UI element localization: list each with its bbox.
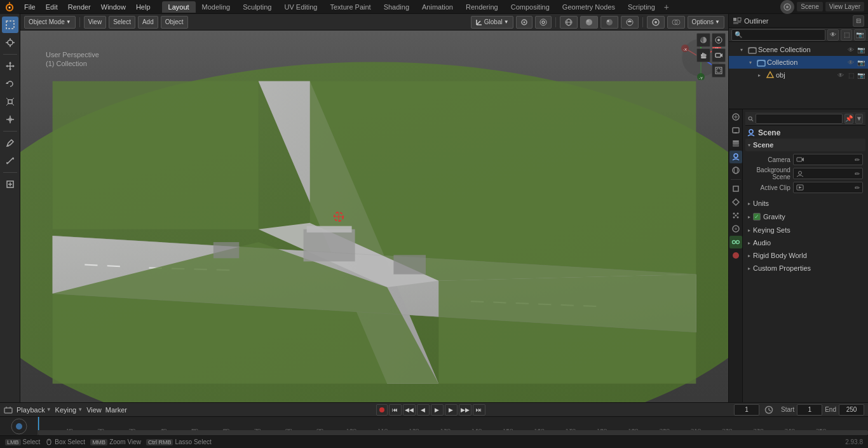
add-workspace-btn[interactable]: + xyxy=(664,2,669,12)
annotate-tool-btn[interactable] xyxy=(2,135,18,151)
keying-sets-section[interactable]: ▸ Keying Sets xyxy=(745,224,865,236)
custom-props-section[interactable]: ▸ Custom Properties xyxy=(745,262,865,275)
tab-animation[interactable]: Animation xyxy=(416,1,459,13)
move-tool-btn[interactable] xyxy=(2,58,18,74)
timeline-view-btn[interactable]: View xyxy=(86,406,102,414)
menu-help[interactable]: Help xyxy=(131,2,156,12)
render-region-btn[interactable] xyxy=(712,64,726,78)
transform-tool-btn[interactable] xyxy=(2,111,18,128)
props-pin-btn[interactable]: 📌 xyxy=(844,114,853,124)
cursor-tool-btn[interactable] xyxy=(2,34,18,51)
menu-file[interactable]: File xyxy=(19,2,41,12)
tab-sculpting[interactable]: Sculpting xyxy=(236,1,278,13)
clip-edit[interactable]: ✏ xyxy=(855,184,860,191)
outliner-item-collection[interactable]: ▾ Collection 👁 📷 xyxy=(729,56,868,69)
start-frame-input[interactable]: 1 xyxy=(797,404,822,416)
record-btn[interactable] xyxy=(376,404,388,416)
modifier-props-icon[interactable] xyxy=(729,196,742,208)
particles-props-icon[interactable] xyxy=(729,209,742,222)
tab-modeling[interactable]: Modeling xyxy=(196,1,237,13)
material-preview-btn[interactable] xyxy=(600,16,618,29)
constraints-props-icon[interactable] xyxy=(729,236,742,248)
object-props-icon[interactable] xyxy=(729,182,742,195)
solid-shade-btn[interactable] xyxy=(580,16,598,29)
transform-orientation-btn[interactable]: Global ▼ xyxy=(471,16,513,29)
add-menu-btn[interactable]: Add xyxy=(138,16,158,29)
outliner-search-input[interactable] xyxy=(731,29,825,41)
outliner-toggle-visibility[interactable]: 👁 xyxy=(827,29,839,41)
current-frame-input[interactable]: 1 xyxy=(734,404,759,416)
gravity-checkbox[interactable]: ✓ xyxy=(753,213,761,221)
menu-edit[interactable]: Edit xyxy=(41,2,63,12)
units-section[interactable]: ▸ Units xyxy=(745,197,865,210)
timeline-ruler[interactable]: 10 20 30 40 50 60 70 80 90 xyxy=(38,417,868,435)
prev-keyframe-btn[interactable]: ◀◀ xyxy=(403,404,416,416)
select-menu-btn[interactable]: Select xyxy=(109,16,135,29)
snap-btn[interactable] xyxy=(516,16,532,29)
keying-btn[interactable]: Keying ▼ xyxy=(55,406,83,414)
rigid-body-section[interactable]: ▸ Rigid Body World xyxy=(745,249,865,262)
obj-select-btn[interactable]: ⬚ xyxy=(846,72,855,79)
object-menu-btn[interactable]: Object xyxy=(161,16,188,29)
tab-geometry-nodes[interactable]: Geometry Nodes xyxy=(556,1,621,13)
fps-btn[interactable] xyxy=(763,404,775,416)
outliner-filter-btn[interactable]: ⊟ xyxy=(853,15,864,27)
view-menu-btn[interactable]: View xyxy=(84,16,107,29)
outliner-toggle-select[interactable]: ⬚ xyxy=(841,29,852,41)
props-options-btn[interactable]: ▼ xyxy=(855,114,863,124)
view-layer-props-icon[interactable] xyxy=(729,137,742,150)
next-keyframe-btn[interactable]: ▶▶ xyxy=(459,404,471,416)
bg-scene-edit[interactable]: ✏ xyxy=(855,170,860,177)
viewport-canvas[interactable]: User Perspective (1) Collection xyxy=(20,31,728,402)
show-overlays-btn[interactable] xyxy=(647,16,665,29)
jump-start-btn[interactable]: ⏮ xyxy=(389,404,402,416)
obj-render-btn[interactable]: 📷 xyxy=(857,72,865,79)
camera-value-field[interactable]: ✏ xyxy=(793,154,863,165)
tab-uv-editing[interactable]: UV Editing xyxy=(278,1,323,13)
options-btn[interactable]: Options ▼ xyxy=(688,16,724,29)
play-btn[interactable]: ▶ xyxy=(431,404,444,416)
tab-scripting[interactable]: Scripting xyxy=(621,1,661,13)
audio-section[interactable]: ▸ Audio xyxy=(745,236,865,249)
rendered-btn[interactable] xyxy=(621,16,639,29)
outliner-toggle-render[interactable]: 📷 xyxy=(854,29,865,41)
end-frame-input[interactable]: 250 xyxy=(839,404,864,416)
outliner-item-scene-collection[interactable]: ▾ Scene Collection 👁 📷 xyxy=(729,43,868,56)
overlay-toggle[interactable] xyxy=(712,33,726,47)
wireframe-btn[interactable] xyxy=(560,16,578,29)
tab-shading[interactable]: Shading xyxy=(377,1,416,13)
tab-texture-paint[interactable]: Texture Paint xyxy=(323,1,377,13)
scene-selector[interactable]: Scene xyxy=(797,2,822,11)
jump-end-btn[interactable]: ⏭ xyxy=(473,404,485,416)
user-preferences-btn[interactable] xyxy=(780,0,794,14)
measure-tool-btn[interactable] xyxy=(2,153,18,169)
scene-section-header[interactable]: ▾ Scene xyxy=(745,139,865,151)
render-props-icon[interactable] xyxy=(729,111,742,123)
viewport-hand-btn[interactable] xyxy=(696,48,710,62)
xray-btn[interactable] xyxy=(667,16,685,29)
scale-tool-btn[interactable] xyxy=(2,93,18,110)
playback-btn[interactable]: Playback ▼ xyxy=(17,406,51,414)
camera-field-edit[interactable]: ✏ xyxy=(855,156,860,163)
outliner-item-obj[interactable]: ▸ obj 👁 ⬚ 📷 xyxy=(729,69,868,81)
tab-compositing[interactable]: Compositing xyxy=(505,1,556,13)
tab-layout[interactable]: Layout xyxy=(162,1,196,13)
prev-frame-btn[interactable]: ◀ xyxy=(417,404,430,416)
background-scene-value-field[interactable]: ✏ xyxy=(793,168,863,179)
proportional-edit-btn[interactable] xyxy=(535,16,552,29)
rotate-tool-btn[interactable] xyxy=(2,76,18,92)
output-props-icon[interactable] xyxy=(729,124,742,137)
tab-rendering[interactable]: Rendering xyxy=(459,1,505,13)
coll-render-btn[interactable]: 📷 xyxy=(857,59,865,66)
object-mode-selector[interactable]: Object Mode ▼ xyxy=(24,16,76,29)
scene-coll-render-btn[interactable]: 📷 xyxy=(857,46,865,53)
material-props-icon[interactable] xyxy=(729,249,742,262)
viewport-shading-menu[interactable] xyxy=(696,33,710,47)
viewport-camera-btn[interactable] xyxy=(712,48,726,62)
view-layer-selector[interactable]: View Layer xyxy=(825,2,864,11)
scene-coll-view-btn[interactable]: 👁 xyxy=(846,46,855,53)
coll-view-btn[interactable]: 👁 xyxy=(846,59,855,66)
next-frame-btn[interactable]: ▶ xyxy=(445,404,458,416)
obj-view-btn[interactable]: 👁 xyxy=(836,72,845,79)
marker-btn[interactable]: Marker xyxy=(105,406,127,414)
